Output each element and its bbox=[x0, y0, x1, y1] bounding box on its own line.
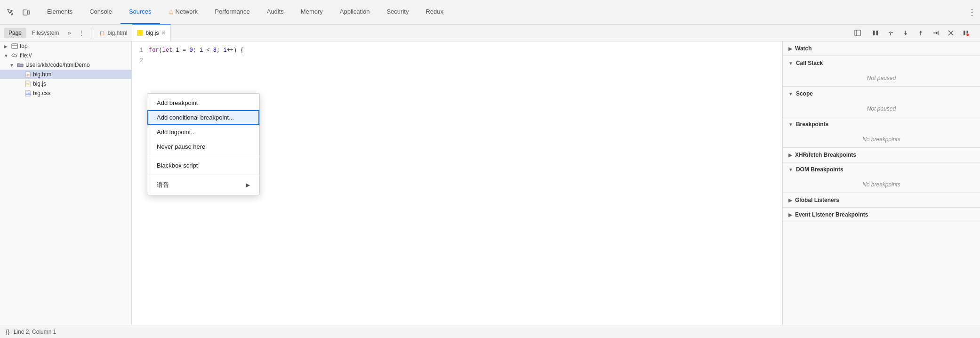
inspect-element-button[interactable] bbox=[4, 6, 17, 19]
scope-section: ▼ Scope Not paused bbox=[783, 87, 980, 117]
svg-marker-11 bbox=[919, 31, 922, 32]
svg-text:JS: JS bbox=[26, 83, 29, 86]
file-tab-list: ◻ big.html big.js ✕ bbox=[95, 24, 851, 41]
breakpoints-header[interactable]: ▼ Breakpoints bbox=[783, 117, 980, 131]
dom-breakpoints-body: No breakpoints bbox=[783, 177, 980, 193]
device-toolbar-button[interactable] bbox=[20, 6, 33, 19]
ctx-add-conditional-breakpoint[interactable]: Add conditional breakpoint... bbox=[147, 110, 259, 125]
more-tools-button[interactable]: ⋮ bbox=[968, 7, 976, 17]
tab-security[interactable]: Security bbox=[378, 0, 417, 24]
format-icon[interactable]: {} bbox=[6, 328, 10, 335]
ctx-add-breakpoint[interactable]: Add breakpoint bbox=[147, 96, 259, 110]
tab-console[interactable]: Console bbox=[81, 0, 120, 24]
tree-item-htmldemo-folder[interactable]: ▼ Users/klx/code/htmlDemo bbox=[0, 60, 131, 70]
tab-audits[interactable]: Audits bbox=[258, 0, 292, 24]
nav-icons bbox=[4, 6, 33, 19]
svg-marker-9 bbox=[904, 33, 907, 35]
event-listener-breakpoints-section: ▶ Event Listener Breakpoints bbox=[783, 208, 980, 222]
call-stack-arrow-icon: ▼ bbox=[788, 61, 793, 66]
tree-item-file-protocol[interactable]: ▼ file:// bbox=[0, 51, 131, 60]
tab-network[interactable]: ⚠ Network bbox=[160, 0, 207, 24]
panel-tab-page[interactable]: Page bbox=[4, 28, 26, 38]
warn-icon: ⚠ bbox=[169, 8, 174, 15]
tab-redux[interactable]: Redux bbox=[417, 0, 452, 24]
xhr-breakpoints-section: ▶ XHR/fetch Breakpoints bbox=[783, 148, 980, 162]
panel-controls bbox=[851, 26, 976, 40]
tab-application[interactable]: Application bbox=[331, 0, 378, 24]
tab-sources[interactable]: Sources bbox=[120, 0, 160, 24]
dom-breakpoints-header[interactable]: ▼ DOM Breakpoints bbox=[783, 162, 980, 177]
tab-elements[interactable]: Elements bbox=[39, 0, 81, 24]
call-stack-body: Not paused bbox=[783, 70, 980, 86]
svg-rect-0 bbox=[23, 10, 27, 15]
pause-resume-button[interactable] bbox=[869, 26, 882, 40]
context-menu-divider-2 bbox=[147, 175, 259, 175]
xhr-breakpoints-header[interactable]: ▶ XHR/fetch Breakpoints bbox=[783, 148, 980, 162]
panel-kebab-menu[interactable]: ⋮ bbox=[76, 27, 87, 39]
html-file-icon: HTML bbox=[24, 71, 31, 78]
xhr-arrow-icon: ▶ bbox=[788, 153, 792, 158]
scope-header[interactable]: ▼ Scope bbox=[783, 87, 980, 101]
line-code bbox=[149, 56, 782, 66]
tab-performance[interactable]: Performance bbox=[206, 0, 258, 24]
breakpoints-body: No breakpoints bbox=[783, 131, 980, 147]
debugger-right-panel: ▶ Watch ▼ Call Stack Not paused ▼ Scope … bbox=[782, 41, 980, 325]
step-out-button[interactable] bbox=[914, 26, 927, 40]
watch-header[interactable]: ▶ Watch bbox=[783, 41, 980, 56]
svg-rect-4 bbox=[873, 31, 875, 35]
dom-breakpoints-section: ▼ DOM Breakpoints No breakpoints bbox=[783, 162, 980, 193]
ctx-never-pause[interactable]: Never pause here bbox=[147, 139, 259, 154]
arrow-icon: ▼ bbox=[4, 53, 9, 58]
global-listeners-header[interactable]: ▶ Global Listeners bbox=[783, 193, 980, 207]
breakpoints-arrow-icon: ▼ bbox=[788, 122, 793, 127]
code-line-1: 1 for(let i = 0; i < 8; i++) { bbox=[132, 45, 782, 56]
tab-memory[interactable]: Memory bbox=[292, 0, 331, 24]
expand-panel-button[interactable] bbox=[851, 26, 864, 40]
line-number: 2 bbox=[132, 56, 149, 66]
panel-tab-filesystem[interactable]: Filesystem bbox=[27, 28, 64, 38]
debugger-controls bbox=[865, 26, 976, 40]
tree-item-big-css[interactable]: ▶ CSS big.css bbox=[0, 89, 131, 98]
more-panel-tabs-button[interactable]: » bbox=[64, 28, 74, 38]
call-stack-header[interactable]: ▼ Call Stack bbox=[783, 56, 980, 70]
file-tab-big-html[interactable]: ◻ big.html bbox=[95, 24, 132, 41]
js-file-icon: JS bbox=[24, 80, 31, 87]
frame-icon bbox=[11, 43, 18, 49]
ctx-language[interactable]: 语音 ▶ bbox=[147, 177, 259, 193]
event-listener-header[interactable]: ▶ Event Listener Breakpoints bbox=[783, 208, 980, 222]
step-over-button[interactable] bbox=[884, 26, 897, 40]
watch-section: ▶ Watch bbox=[783, 41, 980, 56]
dom-arrow-icon: ▼ bbox=[788, 167, 793, 172]
html-file-icon: ◻ bbox=[100, 30, 104, 36]
deactivate-breakpoints-button[interactable] bbox=[944, 26, 957, 40]
ctx-blackbox-script[interactable]: Blackbox script bbox=[147, 158, 259, 173]
arrow-icon: ▶ bbox=[4, 44, 9, 49]
code-line-2: 2 bbox=[132, 56, 782, 66]
breakpoints-section: ▼ Breakpoints No breakpoints bbox=[783, 117, 980, 148]
tree-item-big-js[interactable]: ▶ JS big.js bbox=[0, 79, 131, 89]
step-into-button[interactable] bbox=[899, 26, 912, 40]
svg-rect-2 bbox=[855, 30, 860, 36]
code-editor[interactable]: 1 for(let i = 0; i < 8; i++) { 2 Add bre… bbox=[132, 41, 782, 325]
event-listener-arrow-icon: ▶ bbox=[788, 212, 792, 217]
code-content: 1 for(let i = 0; i < 8; i++) { 2 bbox=[132, 41, 782, 70]
top-nav: Elements Console Sources ⚠ Network Perfo… bbox=[0, 0, 980, 24]
cursor-position: Line 2, Column 1 bbox=[14, 329, 56, 335]
step-button[interactable] bbox=[929, 26, 942, 40]
line-number: 1 bbox=[132, 45, 149, 56]
global-listeners-section: ▶ Global Listeners bbox=[783, 193, 980, 208]
svg-text:CSS: CSS bbox=[26, 92, 31, 95]
close-tab-button[interactable]: ✕ bbox=[161, 30, 166, 36]
pause-on-exceptions-button[interactable] bbox=[959, 26, 972, 40]
context-menu-divider bbox=[147, 156, 259, 156]
call-stack-section: ▼ Call Stack Not paused bbox=[783, 56, 980, 87]
svg-point-19 bbox=[966, 33, 969, 36]
file-tabs-row: Page Filesystem » ⋮ ◻ big.html big.js ✕ bbox=[0, 24, 980, 41]
panel-tabs: Page Filesystem » ⋮ bbox=[4, 27, 91, 39]
ctx-add-logpoint[interactable]: Add logpoint... bbox=[147, 125, 259, 139]
tree-item-top[interactable]: ▶ top bbox=[0, 41, 131, 51]
file-tab-big-js[interactable]: big.js ✕ bbox=[132, 24, 171, 41]
scope-body: Not paused bbox=[783, 101, 980, 117]
tree-item-big-html[interactable]: ▶ HTML big.html bbox=[0, 70, 131, 79]
nav-tabs: Elements Console Sources ⚠ Network Perfo… bbox=[39, 0, 968, 24]
